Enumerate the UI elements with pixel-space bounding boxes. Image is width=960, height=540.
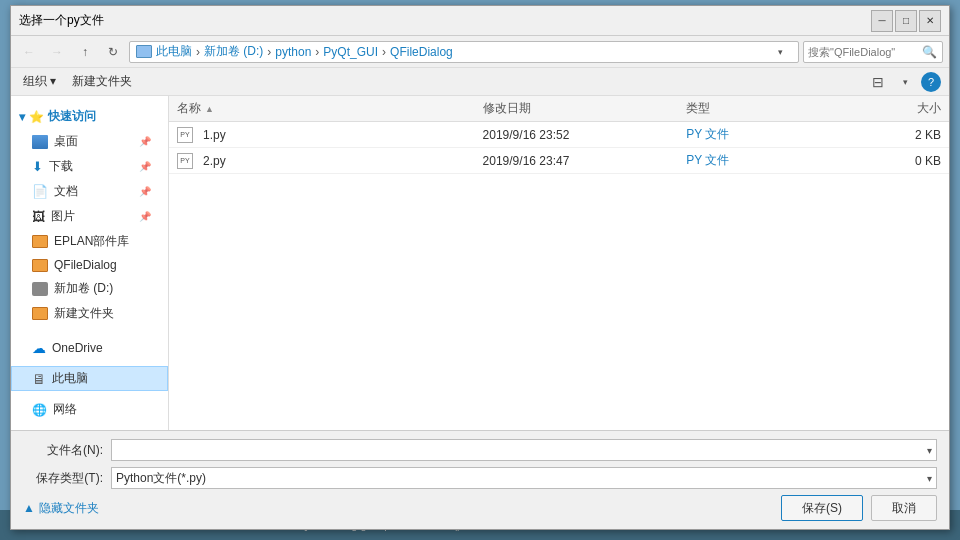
sort-arrow-icon: ▲ <box>205 104 214 114</box>
hidden-files-toggle[interactable]: ▲ 隐藏文件夹 <box>23 500 99 517</box>
sidebar-item-documents[interactable]: 📄 文档 📌 <box>11 179 168 204</box>
breadcrumb-computer[interactable]: 此电脑 <box>156 43 192 60</box>
close-button[interactable]: ✕ <box>919 10 941 32</box>
minimize-button[interactable]: ─ <box>871 10 893 32</box>
sidebar-item-newfolder[interactable]: 新建文件夹 <box>11 301 168 326</box>
file-icon-2: PY <box>177 153 193 169</box>
action-buttons: 保存(S) 取消 <box>781 495 937 521</box>
breadcrumb-drive[interactable]: 新加卷 (D:) <box>204 43 263 60</box>
newfolder-icon <box>32 307 48 320</box>
sidebar-item-onedrive[interactable]: ☁ OneDrive <box>11 336 168 360</box>
view-button[interactable]: ⊟ <box>867 71 889 93</box>
pin-icon-2: 📌 <box>139 161 151 172</box>
col-type-header[interactable]: 类型 <box>686 100 839 117</box>
search-box: 🔍 <box>803 41 943 63</box>
filetype-row: 保存类型(T): Python文件(*.py) ▾ <box>23 467 937 489</box>
sidebar-item-documents-label: 文档 <box>54 183 78 200</box>
file-icon: PY <box>177 127 193 143</box>
sidebar-item-computer[interactable]: 🖥 此电脑 <box>11 366 168 391</box>
file-size-2: 0 KB <box>839 154 941 168</box>
file-name-col: PY 1.py <box>177 127 483 143</box>
sidebar-item-newfolder-label: 新建文件夹 <box>54 305 114 322</box>
save-button[interactable]: 保存(S) <box>781 495 863 521</box>
filename-label: 文件名(N): <box>23 442 103 459</box>
table-row[interactable]: PY 2.py 2019/9/16 23:47 PY 文件 0 KB <box>169 148 949 174</box>
up-button[interactable]: ↑ <box>73 41 97 63</box>
search-input[interactable] <box>808 46 918 58</box>
size-header-label: 大小 <box>917 101 941 115</box>
maximize-button[interactable]: □ <box>895 10 917 32</box>
filename-input-wrapper: ▾ <box>111 439 937 461</box>
bottom-area: 文件名(N): ▾ 保存类型(T): Python文件(*.py) ▾ ▲ 隐藏… <box>11 430 949 529</box>
sidebar-item-qfiledialog-label: QFileDialog <box>54 258 117 272</box>
sidebar-item-desktop[interactable]: 桌面 📌 <box>11 129 168 154</box>
sidebar-item-drive-label: 新加卷 (D:) <box>54 280 113 297</box>
sidebar-item-download-label: 下载 <box>49 158 73 175</box>
sidebar-item-pictures-label: 图片 <box>51 208 75 225</box>
filename-input[interactable] <box>116 443 927 457</box>
breadcrumb-qfiledialog[interactable]: QFileDialog <box>390 45 453 59</box>
file-list-header: 名称 ▲ 修改日期 类型 大小 <box>169 96 949 122</box>
new-folder-label: 新建文件夹 <box>72 73 132 90</box>
sidebar-item-download[interactable]: ⬇ 下载 📌 <box>11 154 168 179</box>
file-list-area: 名称 ▲ 修改日期 类型 大小 <box>169 96 949 430</box>
nav-toolbar: ← → ↑ ↻ 此电脑 › 新加卷 (D:) › python › PyQt_G… <box>11 36 949 68</box>
breadcrumb-pyqt[interactable]: PyQt_GUI <box>323 45 378 59</box>
back-button[interactable]: ← <box>17 41 41 63</box>
sidebar-item-network[interactable]: 🌐 网络 <box>11 397 168 422</box>
toolbar2-right: ⊟ ▾ ? <box>867 71 941 93</box>
file-type-2: PY 文件 <box>686 152 839 169</box>
filename-row: 文件名(N): ▾ <box>23 439 937 461</box>
onedrive-icon: ☁ <box>32 340 46 356</box>
file-date-2: 2019/9/16 23:47 <box>483 154 687 168</box>
table-row[interactable]: PY 1.py 2019/9/16 23:52 PY 文件 2 KB <box>169 122 949 148</box>
documents-icon: 📄 <box>32 184 48 199</box>
filetype-dropdown-arrow: ▾ <box>927 473 932 484</box>
sidebar-item-qfiledialog[interactable]: QFileDialog <box>11 254 168 276</box>
breadcrumb-python[interactable]: python <box>275 45 311 59</box>
filetype-dropdown[interactable]: Python文件(*.py) ▾ <box>111 467 937 489</box>
quick-access-header[interactable]: ▾ ⭐ 快速访问 <box>11 104 168 129</box>
filename-dropdown-arrow[interactable]: ▾ <box>927 445 932 456</box>
file-size: 2 KB <box>839 128 941 142</box>
hidden-toggle-arrow: ▲ <box>23 501 35 515</box>
view-dropdown-button[interactable]: ▾ <box>893 71 917 93</box>
network-icon: 🌐 <box>32 403 47 417</box>
sidebar-item-network-label: 网络 <box>53 401 77 418</box>
desktop-icon <box>32 135 48 149</box>
col-name-header[interactable]: 名称 ▲ <box>177 100 483 117</box>
sidebar-item-eplan[interactable]: EPLAN部件库 <box>11 229 168 254</box>
title-bar: 选择一个py文件 ─ □ ✕ <box>11 6 949 36</box>
file-dialog: 选择一个py文件 ─ □ ✕ ← → ↑ ↻ 此电脑 › 新加卷 (D:) › … <box>10 5 950 530</box>
qfiledialog-folder-icon <box>32 259 48 272</box>
organize-toolbar: 组织 ▾ 新建文件夹 ⊟ ▾ ? <box>11 68 949 96</box>
sidebar-item-pictures[interactable]: 🖼 图片 📌 <box>11 204 168 229</box>
sidebar-item-eplan-label: EPLAN部件库 <box>54 233 129 250</box>
forward-button[interactable]: → <box>45 41 69 63</box>
folder-icon <box>136 45 152 58</box>
help-button[interactable]: ? <box>921 72 941 92</box>
search-icon: 🔍 <box>922 45 937 59</box>
col-date-header[interactable]: 修改日期 <box>483 100 687 117</box>
sidebar-item-desktop-label: 桌面 <box>54 133 78 150</box>
organize-label: 组织 ▾ <box>23 73 56 90</box>
new-folder-button[interactable]: 新建文件夹 <box>68 71 136 92</box>
sidebar-item-drive[interactable]: 新加卷 (D:) <box>11 276 168 301</box>
cancel-button[interactable]: 取消 <box>871 495 937 521</box>
title-bar-controls: ─ □ ✕ <box>871 10 941 32</box>
download-icon: ⬇ <box>32 159 43 174</box>
filetype-label: 保存类型(T): <box>23 470 103 487</box>
file-name: 1.py <box>203 128 226 142</box>
organize-button[interactable]: 组织 ▾ <box>19 71 60 92</box>
file-date: 2019/9/16 23:52 <box>483 128 687 142</box>
drive-icon <box>32 282 48 296</box>
col-size-header[interactable]: 大小 <box>839 100 941 117</box>
eplan-folder-icon <box>32 235 48 248</box>
refresh-button[interactable]: ↻ <box>101 41 125 63</box>
file-name-col: PY 2.py <box>177 153 483 169</box>
file-name-2: 2.py <box>203 154 226 168</box>
content-area: ▾ ⭐ 快速访问 桌面 📌 ⬇ 下载 📌 📄 文档 📌 <box>11 96 949 430</box>
dropdown-breadcrumb-button[interactable]: ▾ <box>768 41 792 63</box>
hidden-toggle-label: 隐藏文件夹 <box>39 500 99 517</box>
quick-access-chevron: ▾ <box>19 110 25 124</box>
